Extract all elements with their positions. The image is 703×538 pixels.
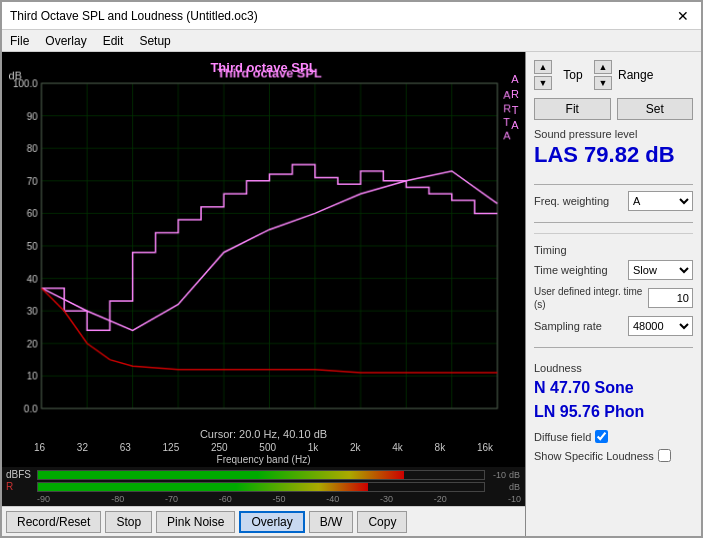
diffuse-field-label: Diffuse field	[534, 431, 591, 443]
overlay-button[interactable]: Overlay	[239, 511, 304, 533]
freq-label-5: 500	[259, 442, 276, 453]
channel-r-unit: dB	[509, 482, 521, 492]
menu-setup[interactable]: Setup	[139, 34, 170, 48]
scale-20: -20	[413, 494, 467, 504]
top-label: Top	[558, 68, 588, 82]
menu-overlay[interactable]: Overlay	[45, 34, 86, 48]
sampling-rate-label: Sampling rate	[534, 320, 628, 332]
sampling-rate-select[interactable]: 44100 48000 96000	[628, 316, 693, 336]
freq-label-2: 63	[120, 442, 131, 453]
timing-title: Timing	[534, 244, 693, 256]
show-specific-checkbox[interactable]	[658, 449, 671, 462]
freq-label-10: 16k	[477, 442, 493, 453]
range-nav-group: ▲ ▼	[594, 60, 612, 90]
scale-40: -40	[306, 494, 360, 504]
title-bar: Third Octave SPL and Loudness (Untitled.…	[2, 2, 701, 30]
menu-file[interactable]: File	[10, 34, 29, 48]
main-window: Third Octave SPL and Loudness (Untitled.…	[0, 0, 703, 538]
bottom-buttons: Record/Reset Stop Pink Noise Overlay B/W…	[2, 506, 525, 536]
freq-label-6: 1k	[308, 442, 319, 453]
scale-50: -50	[252, 494, 306, 504]
spl-section: Sound pressure level LAS 79.82 dB	[534, 128, 693, 170]
freq-axis-title: Frequency band (Hz)	[217, 454, 311, 465]
record-reset-button[interactable]: Record/Reset	[6, 511, 101, 533]
scale-70: -70	[145, 494, 199, 504]
bw-button[interactable]: B/W	[309, 511, 354, 533]
cursor-info: Cursor: 20.0 Hz, 40.10 dB	[2, 426, 525, 442]
freq-label-0: 16	[34, 442, 45, 453]
freq-label-4: 250	[211, 442, 228, 453]
copy-button[interactable]: Copy	[357, 511, 407, 533]
top-nav-group: ▲ ▼	[534, 60, 552, 90]
set-button[interactable]: Set	[617, 98, 694, 120]
user-integr-input[interactable]	[648, 288, 693, 308]
spl-value: LAS 79.82 dB	[534, 142, 693, 168]
diffuse-field-row: Diffuse field	[534, 430, 693, 443]
show-specific-label: Show Specific Loudness	[534, 450, 654, 462]
timing-section: Timing Time weighting Fast Slow Impulse …	[534, 233, 693, 341]
arta-label: A R T A	[511, 72, 519, 134]
main-chart	[6, 60, 521, 422]
menu-bar: File Overlay Edit Setup	[2, 30, 701, 52]
sampling-rate-row: Sampling rate 44100 48000 96000	[534, 316, 693, 336]
dbfs-unit: dB	[509, 470, 521, 480]
stop-button[interactable]: Stop	[105, 511, 152, 533]
scale-90: -90	[37, 494, 91, 504]
separator-3	[534, 347, 693, 348]
content-area: Third octave SPL A R T A Cursor: 20.0 Hz…	[2, 52, 701, 536]
freq-label-1: 32	[77, 442, 88, 453]
diffuse-field-checkbox[interactable]	[595, 430, 608, 443]
chart-container: Third octave SPL A R T A	[2, 52, 525, 426]
loudness-title: Loudness	[534, 362, 693, 374]
channel-r-label: R	[6, 481, 34, 492]
menu-edit[interactable]: Edit	[103, 34, 124, 48]
dbfs-label: dBFS	[6, 469, 34, 480]
freq-weighting-label: Freq. weighting	[534, 195, 628, 207]
freq-label-9: 8k	[435, 442, 446, 453]
close-button[interactable]: ✕	[673, 8, 693, 24]
freq-label-3: 125	[163, 442, 180, 453]
range-label: Range	[618, 68, 653, 82]
nav-controls: ▲ ▼ Top ▲ ▼ Range	[534, 60, 693, 90]
range-down-button[interactable]: ▼	[594, 76, 612, 90]
scale-10: -10	[467, 494, 521, 504]
scale-30: -30	[360, 494, 414, 504]
range-up-button[interactable]: ▲	[594, 60, 612, 74]
side-panel: ▲ ▼ Top ▲ ▼ Range Fit Set Sound pressure…	[526, 52, 701, 536]
loudness-values: N 47.70 Sone LN 95.76 Phon	[534, 376, 693, 424]
scale-80: -80	[91, 494, 145, 504]
dbfs-scale-right: -10	[488, 470, 506, 480]
freq-axis: 16 32 63 125 250 500 1k 2k 4k 8k 16k	[2, 442, 525, 453]
separator-1	[534, 184, 693, 185]
n-value: N 47.70 Sone	[534, 376, 693, 400]
freq-label-8: 4k	[392, 442, 403, 453]
ln-value: LN 95.76 Phon	[534, 400, 693, 424]
show-specific-row: Show Specific Loudness	[534, 449, 693, 462]
loudness-section: Loudness N 47.70 Sone LN 95.76 Phon Diff…	[534, 362, 693, 462]
separator-2	[534, 222, 693, 223]
pink-noise-button[interactable]: Pink Noise	[156, 511, 235, 533]
top-up-button[interactable]: ▲	[534, 60, 552, 74]
time-weighting-label: Time weighting	[534, 264, 628, 276]
window-title: Third Octave SPL and Loudness (Untitled.…	[10, 9, 258, 23]
user-integr-label: User defined integr. time (s)	[534, 285, 648, 311]
top-down-button[interactable]: ▼	[534, 76, 552, 90]
freq-weighting-row: Freq. weighting A B C D Z	[534, 191, 693, 211]
freq-label-7: 2k	[350, 442, 361, 453]
time-weighting-select[interactable]: Fast Slow Impulse	[628, 260, 693, 280]
freq-weighting-select[interactable]: A B C D Z	[628, 191, 693, 211]
spl-title: Sound pressure level	[534, 128, 693, 140]
time-weighting-row: Time weighting Fast Slow Impulse	[534, 260, 693, 280]
user-integr-row: User defined integr. time (s)	[534, 285, 693, 311]
chart-area: Third octave SPL A R T A Cursor: 20.0 Hz…	[2, 52, 526, 536]
fit-button[interactable]: Fit	[534, 98, 611, 120]
scale-60: -60	[198, 494, 252, 504]
